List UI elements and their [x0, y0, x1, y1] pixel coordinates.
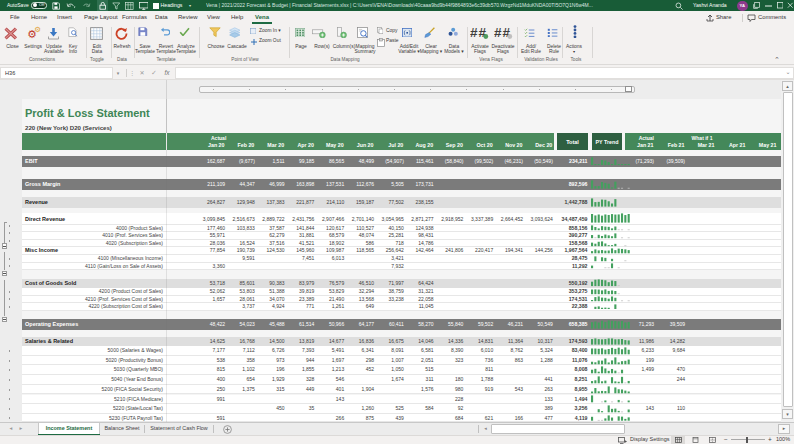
svg-text:#: # — [470, 25, 478, 39]
svg-text:#: # — [494, 25, 502, 39]
